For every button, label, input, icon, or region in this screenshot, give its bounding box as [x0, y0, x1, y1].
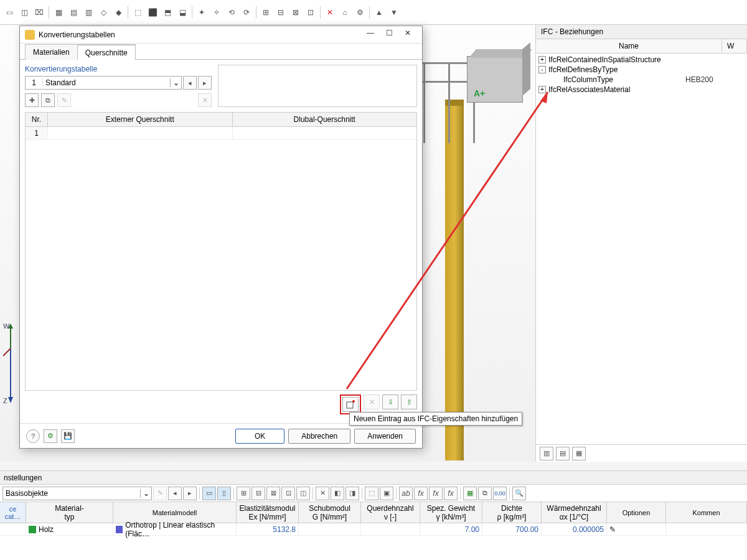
settings-tb-3[interactable]: ⊞ [237, 487, 250, 500]
fx-icon-1[interactable]: fx [414, 487, 428, 500]
toolbar-btn[interactable]: ◆ [111, 6, 125, 19]
col-thermal-exp[interactable]: Wärmedehnzahlαx [1/°C] [542, 502, 607, 523]
col-cat[interactable]: ce cat… [0, 502, 26, 523]
ifc-tree[interactable]: +IfcRelContainedInSpatialStructure-IfcRe… [536, 54, 747, 444]
toolbar-btn[interactable]: ✦ [195, 6, 209, 19]
settings-tb-10[interactable]: ◨ [345, 487, 359, 500]
search-icon[interactable]: 🔍 [512, 487, 526, 500]
tab-querschnitte[interactable]: Querschnitte [77, 44, 136, 60]
maximize-button[interactable]: ☐ [380, 29, 398, 41]
edit-table-button[interactable]: ✎ [57, 93, 71, 107]
tab-materialien[interactable]: Materialien [25, 44, 78, 60]
toolbar-btn[interactable]: ◇ [96, 6, 110, 19]
toolbar-btn[interactable]: ✧ [210, 6, 223, 19]
minimize-button[interactable]: — [361, 29, 380, 41]
col-header-nr[interactable]: Nr. [26, 113, 48, 126]
apply-button[interactable]: Anwenden [354, 429, 416, 444]
settings-combo[interactable]: Basisobjekte ⌄ [2, 487, 152, 500]
col-comment[interactable]: Kommen [666, 502, 747, 523]
toolbar-btn[interactable]: ⟲ [225, 6, 238, 19]
conversion-grid[interactable]: Nr. Externer Querschnitt Dlubal-Querschn… [25, 112, 417, 391]
ok-button[interactable]: OK [235, 429, 284, 444]
col-material-type[interactable]: Material-typ [26, 502, 113, 523]
decimals-icon[interactable]: 0,00 [493, 487, 507, 500]
col-poisson[interactable]: Querdehnzahlν [-] [361, 502, 420, 523]
tree-toggle[interactable]: + [538, 86, 546, 93]
toolbar-btn[interactable]: ⊡ [304, 6, 317, 19]
fx-icon-3[interactable]: fx [444, 487, 458, 500]
settings-tb-1[interactable]: ▭ [202, 487, 216, 500]
help-button[interactable]: ? [26, 429, 40, 443]
new-table-button[interactable]: ✚ [25, 93, 39, 107]
chevron-down-icon[interactable]: ⌄ [170, 78, 181, 87]
toolbar-btn[interactable]: ⌂ [338, 6, 352, 19]
settings-tb-2[interactable]: ▯ [217, 487, 231, 500]
toolbar-btn[interactable]: ⊞ [259, 6, 273, 19]
toolbar-btn[interactable]: ◫ [17, 6, 31, 19]
toolbar-btn[interactable]: ⊟ [274, 6, 288, 19]
settings-tb-4[interactable]: ⊟ [251, 487, 265, 500]
toolbar-btn[interactable]: ⚙ [353, 6, 367, 19]
toolbar-btn[interactable]: ▭ [2, 6, 16, 19]
delete-entry-button[interactable]: ✕ [364, 394, 380, 409]
toolbar-btn[interactable]: ⟳ [240, 6, 253, 19]
tree-row[interactable]: +IfcRelContainedInSpatialStructure [538, 55, 745, 65]
settings-edit-icon[interactable]: ✎ [153, 487, 167, 500]
col-header-external[interactable]: Externer Querschnitt [48, 113, 233, 126]
settings-tb-7[interactable]: ◫ [296, 487, 310, 500]
delete-table-button[interactable]: ✕ [198, 93, 212, 107]
toolbar-btn[interactable]: ⬓ [176, 6, 189, 19]
settings-tb-5[interactable]: ⊠ [266, 487, 280, 500]
materials-grid[interactable]: ce cat… Material-typ Materialmodell Elas… [0, 502, 747, 560]
col-density[interactable]: Dichteρ [kg/m³] [482, 502, 542, 523]
toolbar-btn[interactable]: ▦ [52, 6, 65, 19]
fx-icon-2[interactable]: fx [429, 487, 443, 500]
settings-tb-11[interactable]: ⬚ [365, 487, 378, 500]
fx-label-icon[interactable]: ab [399, 487, 413, 500]
tree-row[interactable]: -IfcRelDefinesByType [538, 65, 745, 75]
excel-export-icon[interactable]: ▦ [463, 487, 477, 500]
settings-next-button[interactable]: ▸ [183, 487, 197, 500]
chevron-down-icon[interactable]: ⌄ [140, 489, 151, 498]
col-spec-weight[interactable]: Spez. Gewichtγ [kN/m³] [420, 502, 482, 523]
tree-row[interactable]: +IfcRelAssociatesMaterial [538, 85, 745, 95]
save-defaults-button[interactable]: 💾 [61, 429, 75, 443]
cancel-button[interactable]: Abbrechen [288, 429, 350, 444]
material-row[interactable]: Holz Orthotrop | Linear elastisch (Fläc…… [0, 523, 747, 536]
settings-prev-button[interactable]: ◂ [168, 487, 182, 500]
col-material-model[interactable]: Materialmodell [113, 502, 237, 523]
dialog-titlebar[interactable]: Konvertierungstabellen — ☐ ✕ [20, 26, 422, 44]
import-button[interactable]: ⇩ [382, 394, 398, 409]
tree-toggle[interactable]: + [538, 56, 546, 63]
col-e-modulus[interactable]: ElastizitätsmodulEx [N/mm²] [237, 502, 299, 523]
ifc-bottom-btn-1[interactable]: ▥ [540, 447, 553, 460]
toolbar-btn[interactable]: ▤ [67, 6, 80, 19]
settings-button[interactable]: ⚙ [44, 429, 57, 443]
tree-row[interactable]: IfcColumnTypeHEB200 [538, 75, 745, 85]
close-button[interactable]: ✕ [398, 29, 417, 41]
toolbar-btn[interactable]: ▼ [387, 6, 401, 19]
next-button[interactable]: ▸ [198, 76, 212, 90]
toolbar-btn[interactable]: ⊠ [289, 6, 303, 19]
toolbar-btn[interactable]: ▥ [82, 6, 95, 19]
prev-button[interactable]: ◂ [183, 76, 197, 90]
toolbar-btn[interactable]: ✕ [323, 6, 337, 19]
copy-table-button[interactable]: ⧉ [41, 93, 55, 107]
ifc-bottom-btn-2[interactable]: ▤ [556, 447, 570, 460]
toolbar-btn[interactable]: ▲ [372, 6, 386, 19]
toolbar-btn[interactable]: ⬚ [131, 6, 144, 19]
ifc-bottom-btn-3[interactable]: ▦ [572, 447, 586, 460]
col-header-dlubal[interactable]: Dlubal-Querschnitt [233, 113, 417, 126]
export-button[interactable]: ⇧ [401, 394, 417, 409]
grid-row[interactable]: 1 [26, 127, 416, 140]
add-from-ifc-button[interactable] [342, 397, 359, 412]
settings-tb-13[interactable]: ⧉ [478, 487, 492, 500]
settings-tb-8[interactable]: ✕ [316, 487, 329, 500]
settings-tb-9[interactable]: ◧ [331, 487, 344, 500]
settings-tb-6[interactable]: ⊡ [281, 487, 295, 500]
toolbar-btn[interactable]: ⬒ [161, 6, 174, 19]
toolbar-btn[interactable]: ⌧ [32, 6, 46, 19]
table-select-combo[interactable]: 1 Standard ⌄ [25, 76, 182, 90]
tree-toggle[interactable]: - [538, 66, 546, 73]
toolbar-btn[interactable]: ⬛ [146, 6, 159, 19]
